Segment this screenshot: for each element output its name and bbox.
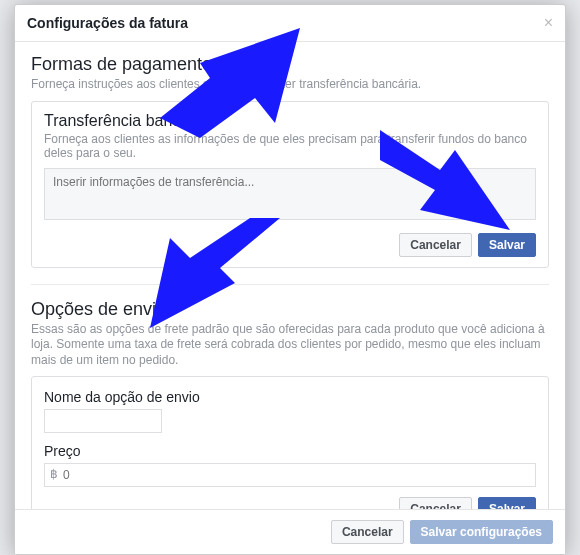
modal-header: Configurações da fatura ×	[15, 5, 565, 42]
shipping-section-desc: Essas são as opções de frete padrão que …	[31, 322, 549, 369]
shipping-section-title: Opções de envio	[31, 299, 549, 320]
footer-cancel-button[interactable]: Cancelar	[331, 520, 404, 544]
shipping-name-label: Nome da opção de envio	[44, 389, 536, 405]
shipping-cancel-button[interactable]: Cancelar	[399, 497, 472, 509]
shipping-buttons: Cancelar Salvar	[44, 497, 536, 509]
bank-transfer-desc: Forneça aos clientes as informações de q…	[44, 132, 536, 160]
section-divider	[31, 284, 549, 285]
transfer-info-textarea[interactable]	[44, 168, 536, 220]
modal-title: Configurações da fatura	[27, 15, 188, 31]
price-input-wrap: ฿	[44, 463, 536, 487]
bank-transfer-panel: Transferência bancária Forneça aos clien…	[31, 101, 549, 268]
payment-section-title: Formas de pagamento	[31, 54, 549, 75]
footer-save-button[interactable]: Salvar configurações	[410, 520, 553, 544]
shipping-name-input[interactable]	[44, 409, 162, 433]
modal-footer: Cancelar Salvar configurações	[15, 509, 565, 554]
modal-body: Formas de pagamento Forneça instruções a…	[15, 42, 565, 509]
shipping-price-label: Preço	[44, 443, 536, 459]
shipping-save-button[interactable]: Salvar	[478, 497, 536, 509]
currency-symbol: ฿	[50, 467, 58, 481]
bank-transfer-save-button[interactable]: Salvar	[478, 233, 536, 257]
bank-transfer-cancel-button[interactable]: Cancelar	[399, 233, 472, 257]
invoice-settings-modal: Configurações da fatura × Formas de paga…	[14, 4, 566, 555]
bank-transfer-buttons: Cancelar Salvar	[44, 233, 536, 257]
shipping-price-input[interactable]	[44, 463, 536, 487]
bank-transfer-title: Transferência bancária	[44, 112, 536, 130]
payment-section-desc: Forneça instruções aos clientes sobre co…	[31, 77, 549, 93]
shipping-option-panel: Nome da opção de envio Preço ฿ Cancelar …	[31, 376, 549, 509]
close-icon[interactable]: ×	[544, 15, 553, 31]
